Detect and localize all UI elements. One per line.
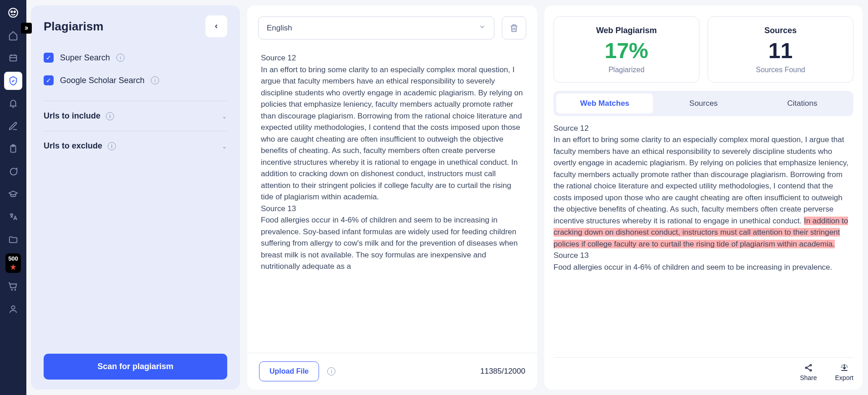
nav-folder-icon[interactable] — [4, 231, 22, 249]
share-label: Share — [800, 374, 817, 381]
nav-cart-icon[interactable] — [4, 277, 22, 296]
scholar-search-label: Google Scholar Search — [60, 76, 145, 85]
chevron-down-icon: ⌄ — [222, 143, 227, 150]
svg-point-1 — [11, 11, 12, 12]
language-select[interactable]: English — [258, 16, 494, 40]
svg-point-0 — [9, 8, 18, 17]
result-source-text: In an effort to bring some clarity to an… — [554, 134, 849, 250]
editor-text[interactable]: Source 12 In an effort to bring some cla… — [247, 48, 537, 353]
share-button[interactable]: Share — [800, 363, 817, 381]
result-source-label: Source 13 — [554, 250, 849, 262]
nav-home-icon[interactable] — [4, 26, 22, 44]
character-count: 11385/12000 — [480, 367, 525, 376]
tab-sources[interactable]: Sources — [655, 94, 752, 114]
scholar-search-option: ✓ Google Scholar Search i — [44, 69, 227, 92]
urls-exclude-label: Urls to exclude — [44, 141, 102, 151]
info-icon[interactable]: i — [106, 112, 114, 120]
results-panel: Web Plagiarism 17% Plagiarized Sources 1… — [544, 5, 863, 390]
nav-chat-icon[interactable] — [4, 163, 22, 181]
stat-sub: Sources Found — [713, 66, 848, 74]
credits-icon — [9, 263, 17, 271]
urls-exclude-row[interactable]: Urls to exclude i ⌄ — [31, 131, 240, 161]
expand-sidebar-button[interactable] — [21, 23, 32, 34]
info-icon[interactable]: i — [151, 76, 159, 84]
nav-plagiarism-icon[interactable] — [4, 72, 22, 90]
nav-credits-badge[interactable]: 500 — [5, 253, 21, 273]
results-content[interactable]: Source 12 In an effort to bring some cla… — [554, 123, 853, 357]
info-icon[interactable]: i — [327, 367, 335, 375]
nav-account-icon[interactable] — [4, 300, 22, 318]
source-text: Food allergies occur in 4-6% of children… — [261, 214, 524, 272]
source-label: Source 12 — [261, 52, 524, 64]
chevron-down-icon — [479, 23, 486, 33]
back-button[interactable] — [205, 15, 227, 37]
nav-clipboard-icon[interactable] — [4, 140, 22, 158]
super-search-checkbox[interactable]: ✓ — [44, 53, 54, 63]
web-plagiarism-stat: Web Plagiarism 17% Plagiarized — [554, 16, 699, 83]
export-button[interactable]: Export — [835, 363, 853, 381]
urls-include-row[interactable]: Urls to include i ⌄ — [31, 101, 240, 131]
source-label: Source 13 — [261, 203, 524, 215]
svg-point-2 — [14, 11, 15, 12]
sources-stat: Sources 11 Sources Found — [708, 16, 853, 83]
language-value: English — [267, 24, 292, 33]
upload-file-button[interactable]: Upload File — [259, 361, 319, 381]
svg-point-9 — [810, 370, 811, 371]
stat-title: Sources — [713, 26, 848, 35]
nav-rail: 500 — [0, 0, 26, 395]
super-search-option: ✓ Super Search i — [44, 46, 227, 69]
nav-translate-icon[interactable] — [4, 208, 22, 226]
stat-title: Web Plagiarism — [559, 26, 694, 35]
nav-education-icon[interactable] — [4, 185, 22, 203]
chevron-down-icon: ⌄ — [222, 113, 227, 120]
result-source-label: Source 12 — [554, 123, 849, 134]
info-icon[interactable]: i — [116, 54, 125, 62]
info-icon[interactable]: i — [108, 142, 116, 150]
panel-title: Plagiarism — [44, 20, 104, 34]
super-search-label: Super Search — [60, 53, 110, 63]
logo-icon[interactable] — [4, 4, 22, 22]
stat-value: 11 — [713, 39, 848, 63]
credits-value: 500 — [8, 255, 18, 262]
export-label: Export — [835, 374, 853, 381]
svg-point-8 — [805, 367, 807, 368]
settings-panel: Plagiarism ✓ Super Search i ✓ Google Sch… — [31, 5, 240, 390]
editor-panel: English Source 12 In an effort to bring … — [247, 5, 537, 390]
clear-button[interactable] — [502, 16, 526, 40]
stat-sub: Plagiarized — [559, 66, 694, 74]
tab-citations[interactable]: Citations — [754, 94, 851, 114]
scan-button[interactable]: Scan for plagiarism — [44, 354, 227, 380]
svg-point-6 — [11, 306, 15, 309]
nav-edit-icon[interactable] — [4, 117, 22, 135]
result-source-text: Food allergies occur in 4-6% of children… — [554, 262, 849, 273]
stat-value: 17% — [559, 39, 694, 63]
scholar-search-checkbox[interactable]: ✓ — [44, 75, 54, 85]
tab-web-matches[interactable]: Web Matches — [556, 94, 653, 114]
source-text: In an effort to bring some clarity to an… — [261, 64, 524, 203]
svg-point-7 — [810, 365, 811, 366]
nav-templates-icon[interactable] — [4, 49, 22, 67]
nav-alert-icon[interactable] — [4, 94, 22, 113]
results-tabs: Web Matches Sources Citations — [554, 91, 853, 116]
urls-include-label: Urls to include — [44, 111, 100, 121]
main-area: Plagiarism ✓ Super Search i ✓ Google Sch… — [26, 0, 868, 395]
